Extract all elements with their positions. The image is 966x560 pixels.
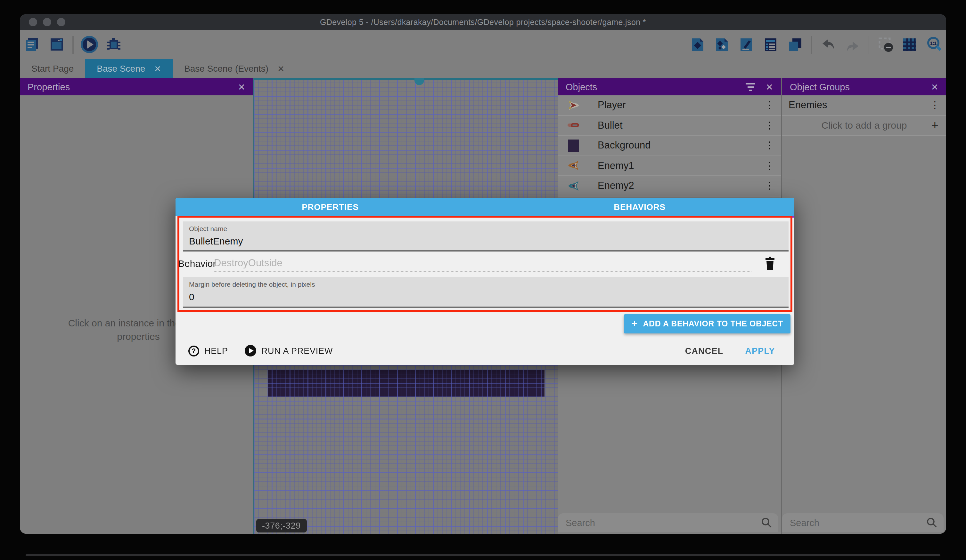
object-groups-icon[interactable] bbox=[712, 35, 731, 54]
object-row-background[interactable]: Background ⋮ bbox=[558, 136, 781, 156]
undo-icon[interactable] bbox=[818, 35, 838, 54]
close-panel-icon[interactable]: ✕ bbox=[766, 82, 773, 92]
properties-panel-header: Properties ✕ bbox=[20, 78, 253, 95]
dialog-tab-bar: PROPERTIES BEHAVIORS bbox=[176, 198, 794, 216]
tab-base-scene-events[interactable]: Base Scene (Events) ✕ bbox=[172, 59, 296, 78]
object-name: Background bbox=[598, 140, 651, 151]
close-panel-icon[interactable]: ✕ bbox=[238, 82, 245, 92]
panel-title: Properties bbox=[28, 82, 70, 92]
play-icon bbox=[245, 345, 256, 357]
apply-button[interactable]: APPLY bbox=[739, 342, 782, 359]
cancel-button[interactable]: CANCEL bbox=[679, 342, 730, 359]
toggle-grid-icon[interactable] bbox=[900, 35, 919, 54]
add-behavior-button[interactable]: + ADD A BEHAVIOR TO THE OBJECT bbox=[624, 314, 790, 334]
margin-label: Margin before deleting the object, in pi… bbox=[189, 280, 783, 288]
layers-icon[interactable] bbox=[785, 35, 805, 54]
margin-field[interactable]: Margin before deleting the object, in pi… bbox=[183, 277, 789, 308]
background-sprite-icon bbox=[566, 139, 580, 152]
cursor-coordinates-badge: -376;-329 bbox=[256, 519, 307, 532]
search-icon bbox=[926, 517, 937, 528]
add-object-icon[interactable] bbox=[688, 35, 707, 54]
tab-base-scene[interactable]: Base Scene ✕ bbox=[85, 59, 172, 78]
project-manager-icon[interactable] bbox=[22, 35, 42, 54]
object-name-label: Object name bbox=[189, 224, 783, 233]
deselect-instances-icon[interactable] bbox=[876, 35, 895, 54]
plus-icon: + bbox=[631, 318, 638, 330]
object-name: Enemy1 bbox=[598, 160, 634, 172]
add-group-hint: Click to add a group bbox=[821, 120, 907, 131]
objects-search bbox=[558, 513, 778, 532]
margin-value[interactable]: 0 bbox=[189, 291, 783, 302]
debug-icon[interactable] bbox=[104, 35, 123, 54]
behavior-row: Behavior bbox=[178, 252, 789, 277]
enemy1-sprite-icon bbox=[566, 159, 580, 173]
close-panel-icon[interactable]: ✕ bbox=[931, 82, 938, 92]
trash-icon bbox=[764, 256, 776, 270]
toolbar-divider bbox=[868, 36, 869, 54]
close-tab-icon[interactable]: ✕ bbox=[154, 64, 161, 73]
object-groups-panel: Object Groups ✕ Enemies ⋮ Click to add a… bbox=[782, 78, 946, 534]
enemy2-sprite-icon bbox=[566, 179, 580, 193]
tab-label: Base Scene bbox=[97, 63, 145, 74]
zoom-window-button[interactable] bbox=[57, 18, 65, 26]
help-label: HELP bbox=[204, 346, 228, 355]
object-name-field[interactable]: Object name BulletEnemy bbox=[183, 221, 789, 252]
object-menu-icon[interactable]: ⋮ bbox=[765, 120, 774, 131]
toolbar-divider bbox=[72, 36, 73, 54]
object-name-value[interactable]: BulletEnemy bbox=[189, 236, 783, 246]
objects-search-input[interactable] bbox=[564, 517, 761, 528]
object-groups-panel-header: Object Groups ✕ bbox=[782, 78, 946, 95]
group-name: Enemies bbox=[789, 100, 827, 111]
dialog-tab-properties[interactable]: PROPERTIES bbox=[176, 198, 485, 216]
delete-behavior-button[interactable] bbox=[763, 255, 777, 271]
title-bar: GDevelop 5 - /Users/dkarakay/Documents/G… bbox=[20, 14, 946, 30]
add-behavior-button-label: ADD A BEHAVIOR TO THE OBJECT bbox=[643, 319, 783, 328]
object-row-enemy1[interactable]: Enemy1 ⋮ bbox=[558, 156, 781, 176]
object-name: Bullet bbox=[598, 120, 623, 131]
minimize-window-button[interactable] bbox=[43, 18, 51, 26]
close-tab-icon[interactable]: ✕ bbox=[278, 64, 284, 73]
window-title: GDevelop 5 - /Users/dkarakay/Documents/G… bbox=[320, 18, 646, 26]
object-menu-icon[interactable]: ⋮ bbox=[765, 180, 774, 192]
run-preview-button[interactable]: RUN A PREVIEW bbox=[245, 345, 333, 357]
close-window-button[interactable] bbox=[29, 18, 37, 26]
behavior-name-input[interactable] bbox=[214, 255, 751, 271]
window-bottom-shadow bbox=[26, 554, 940, 556]
zoom-1-1-icon[interactable]: 1:1 bbox=[924, 35, 944, 54]
object-row-bullet[interactable]: Bullet ⋮ bbox=[558, 116, 781, 136]
edit-scene-icon[interactable] bbox=[737, 35, 756, 54]
group-menu-icon[interactable]: ⋮ bbox=[930, 100, 940, 111]
help-button[interactable]: ? HELP bbox=[188, 345, 228, 356]
instances-list-icon[interactable] bbox=[761, 35, 780, 54]
help-icon: ? bbox=[188, 345, 199, 356]
object-menu-icon[interactable]: ⋮ bbox=[765, 100, 774, 111]
main-toolbar: 1:1 bbox=[20, 30, 946, 59]
canvas-top-edge bbox=[254, 78, 558, 80]
tab-start-page[interactable]: Start Page bbox=[20, 59, 85, 78]
screenshot-stage: GDevelop 5 - /Users/dkarakay/Documents/G… bbox=[0, 0, 966, 560]
object-row-player[interactable]: Player ⋮ bbox=[558, 95, 781, 116]
run-preview-label: RUN A PREVIEW bbox=[261, 346, 333, 355]
player-sprite-icon bbox=[566, 98, 580, 112]
editor-tab-bar: Start Page Base Scene ✕ Base Scene (Even… bbox=[20, 59, 946, 78]
object-row-enemy2[interactable]: Enemy2 ⋮ bbox=[558, 176, 781, 196]
dialog-tab-behaviors[interactable]: BEHAVIORS bbox=[485, 198, 794, 216]
behavior-label: Behavior bbox=[178, 258, 216, 269]
add-group-row[interactable]: Click to add a group + bbox=[782, 116, 946, 136]
add-group-plus-icon[interactable]: + bbox=[932, 118, 938, 133]
tab-label: Start Page bbox=[31, 63, 74, 74]
objects-panel-header: Objects ✕ bbox=[558, 78, 781, 95]
active-tab-indicator bbox=[485, 216, 794, 218]
scene-editor-icon[interactable] bbox=[47, 35, 66, 54]
filter-icon[interactable] bbox=[746, 83, 756, 90]
dialog-footer: ? HELP RUN A PREVIEW CANCEL APPLY bbox=[176, 337, 794, 365]
behavior-name-input-wrap bbox=[214, 255, 751, 272]
object-menu-icon[interactable]: ⋮ bbox=[765, 160, 774, 172]
groups-search-input[interactable] bbox=[789, 517, 926, 528]
group-row-enemies[interactable]: Enemies ⋮ bbox=[782, 95, 946, 116]
object-menu-icon[interactable]: ⋮ bbox=[765, 140, 774, 151]
panel-title: Objects bbox=[566, 82, 597, 92]
traffic-lights bbox=[29, 18, 65, 26]
preview-play-icon[interactable] bbox=[80, 35, 99, 54]
redo-icon[interactable] bbox=[843, 35, 862, 54]
